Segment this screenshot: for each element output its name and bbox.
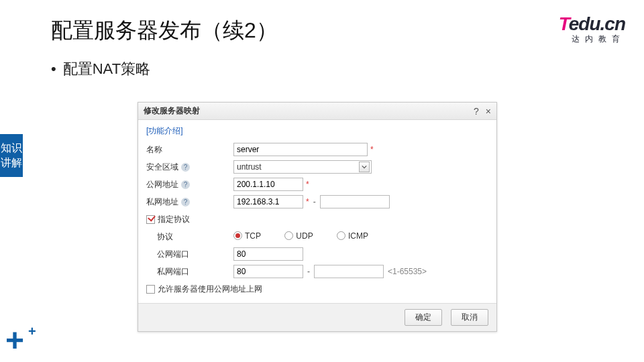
range-dash: - <box>307 267 310 276</box>
help-icon-private-ip[interactable]: ? <box>181 198 190 206</box>
protocol-label-icmp: ICMP <box>348 231 368 241</box>
dialog-title-text: 修改服务器映射 <box>144 105 200 117</box>
label-specify-protocol: 指定协议 <box>158 214 190 225</box>
required-marker: * <box>370 145 374 154</box>
specify-protocol-checkbox[interactable] <box>146 215 155 224</box>
label-public-ip: 公网地址? <box>146 179 233 190</box>
bullet-text: 配置NAT策略 <box>63 60 150 77</box>
protocol-label-tcp: TCP <box>245 231 261 241</box>
logo-rest: edu.cn <box>569 13 625 34</box>
label-zone: 安全区域? <box>146 162 233 173</box>
chevron-down-icon <box>359 162 370 172</box>
private-port-start-input[interactable] <box>233 265 303 278</box>
protocol-radio-group: TCP UDP ICMP <box>233 231 390 243</box>
close-icon[interactable]: × <box>486 106 491 117</box>
label-private-ip: 私网地址? <box>146 196 233 208</box>
sidebar-tab-knowledge: 知识讲解 <box>0 134 23 177</box>
port-range-hint: <1-65535> <box>388 267 427 276</box>
label-protocol: 协议 <box>146 231 233 243</box>
dialog-footer: 确定 取消 <box>138 303 496 331</box>
private-port-end-input[interactable] <box>314 265 384 278</box>
plus-icon-large: + <box>5 324 24 357</box>
plus-icon-small: + <box>28 324 36 339</box>
private-ip-start-input[interactable] <box>233 195 303 208</box>
ok-button[interactable]: 确定 <box>405 309 442 326</box>
label-name: 名称 <box>146 144 233 156</box>
zone-select[interactable]: untrust <box>233 160 372 174</box>
zone-select-value: untrust <box>237 162 359 172</box>
private-ip-end-input[interactable] <box>320 195 390 208</box>
page-title: 配置服务器发布（续2） <box>51 16 278 46</box>
protocol-radio-udp[interactable] <box>284 231 293 240</box>
server-mapping-dialog: 修改服务器映射 ? × [功能介绍] 名称 * 安全区域? untrust 公网… <box>138 102 497 332</box>
cancel-button[interactable]: 取消 <box>451 309 488 326</box>
plus-decoration: + + <box>5 323 46 357</box>
label-allow-internet: 允许服务器使用公网地址上网 <box>158 284 262 295</box>
help-icon-zone[interactable]: ? <box>181 163 190 172</box>
help-icon-public-ip[interactable]: ? <box>181 180 190 189</box>
public-port-input[interactable] <box>233 247 303 261</box>
logo-subtitle: 达内教育 <box>559 35 625 43</box>
required-marker: * <box>306 180 309 189</box>
dialog-titlebar: 修改服务器映射 ? × <box>138 103 496 120</box>
dialog-body: [功能介绍] 名称 * 安全区域? untrust 公网地址? * <box>138 120 496 303</box>
protocol-radio-tcp[interactable] <box>233 231 242 240</box>
protocol-label-udp: UDP <box>296 231 313 241</box>
label-private-port: 私网端口 <box>146 266 233 278</box>
label-public-port: 公网端口 <box>146 249 233 260</box>
help-icon[interactable]: ? <box>474 106 479 117</box>
brand-logo: Tedu.cn 达内教育 <box>559 15 625 43</box>
bullet-dot: • <box>51 60 56 77</box>
name-input[interactable] <box>233 143 368 156</box>
required-marker: * <box>306 197 309 206</box>
protocol-radio-icmp[interactable] <box>337 231 345 240</box>
intro-link[interactable]: [功能介绍] <box>146 125 183 137</box>
slide-bullet: •配置NAT策略 <box>51 59 150 79</box>
public-ip-input[interactable] <box>233 178 303 191</box>
allow-internet-checkbox[interactable] <box>146 285 155 294</box>
range-dash: - <box>313 197 316 206</box>
logo-letter-t: T <box>559 13 569 34</box>
